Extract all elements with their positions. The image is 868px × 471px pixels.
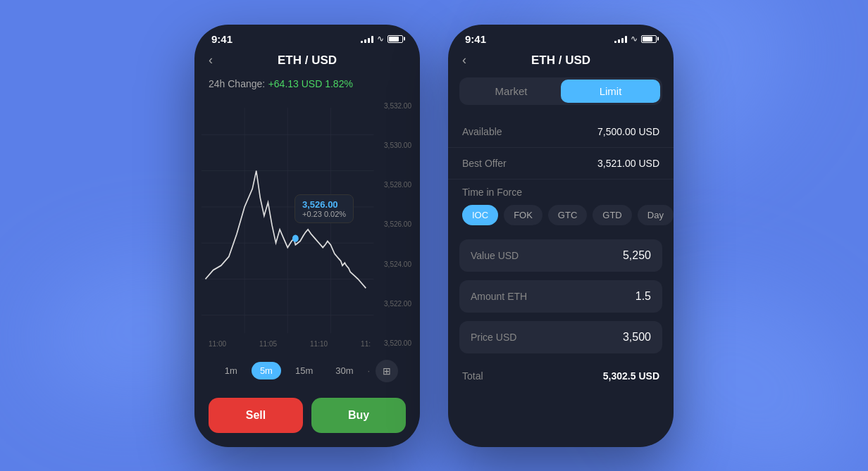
sell-button[interactable]: Sell xyxy=(209,398,303,433)
best-offer-row: Best Offer 3,521.00 USD xyxy=(448,148,674,180)
tif-label: Time in Force xyxy=(462,187,659,198)
total-label: Total xyxy=(462,370,483,382)
phone2-header: ‹ ETH / USD xyxy=(448,51,674,75)
chart-area: 3,532.00 3,530.00 3,528.00 3,526.00 3,52… xyxy=(202,99,413,351)
tif-fok[interactable]: FOK xyxy=(504,205,542,225)
tooltip-price: 3,526.00 xyxy=(302,199,346,210)
tf-1m[interactable]: 1m xyxy=(216,362,246,379)
y-label-5: 3,524.00 xyxy=(384,260,411,268)
amount-label: Amount ETH xyxy=(471,291,527,302)
tf-15m[interactable]: 15m xyxy=(287,362,321,379)
phone1-title: ETH / USD xyxy=(278,54,337,68)
phone-chart: 9:41 ∿ ‹ ETH / USD 24h Change: xyxy=(194,25,420,447)
tab-market[interactable]: Market xyxy=(461,80,561,103)
y-label-3: 3,528.00 xyxy=(384,181,411,189)
svg-point-9 xyxy=(292,234,299,241)
chart-tooltip: 3,526.00 +0.23 0.02% xyxy=(294,194,354,223)
wifi-icon: ∿ xyxy=(377,34,384,44)
chart-type-icon: ⊞ xyxy=(383,365,391,377)
status-bar-2: 9:41 ∿ xyxy=(448,25,674,51)
tif-day[interactable]: Day xyxy=(638,205,674,225)
change-label: 24h Change: xyxy=(209,78,265,89)
x-label-2: 11:05 xyxy=(259,340,277,348)
chart-y-labels: 3,532.00 3,530.00 3,528.00 3,526.00 3,52… xyxy=(384,99,411,351)
price-input[interactable]: 3,500 xyxy=(623,331,651,344)
status-icons-1: ∿ xyxy=(361,34,403,44)
battery-icon-2 xyxy=(641,35,657,43)
x-label-3: 11:10 xyxy=(310,340,328,348)
y-label-4: 3,526.00 xyxy=(384,220,411,228)
status-time-2: 9:41 xyxy=(465,33,486,45)
value-field[interactable]: Value USD 5,250 xyxy=(459,239,662,272)
y-label-1: 3,532.00 xyxy=(384,102,411,110)
time-in-force-section: Time in Force IOC FOK GTC GTD Day xyxy=(448,180,674,235)
value-input[interactable]: 5,250 xyxy=(623,249,651,262)
tab-limit[interactable]: Limit xyxy=(561,80,660,103)
phone1-header: ‹ ETH / USD xyxy=(194,51,420,75)
available-value: 7,500.00 USD xyxy=(597,126,659,137)
best-offer-label: Best Offer xyxy=(462,158,507,169)
available-row: Available 7,500.00 USD xyxy=(448,116,674,148)
x-label-4: 11: xyxy=(361,340,371,348)
amount-input[interactable]: 1.5 xyxy=(636,290,651,303)
tif-gtd[interactable]: GTD xyxy=(593,205,631,225)
phones-container: 9:41 ∿ ‹ ETH / USD 24h Change: xyxy=(194,25,674,447)
chart-x-labels: 11:00 11:05 11:10 11: xyxy=(202,340,378,348)
tif-gtc[interactable]: GTC xyxy=(548,205,587,225)
y-label-7: 3,520.00 xyxy=(384,339,411,347)
total-row: Total 5,302.5 USD xyxy=(448,360,674,391)
tf-separator: · xyxy=(368,365,371,376)
change-bar: 24h Change: +64.13 USD 1.82% xyxy=(194,75,420,99)
change-value: +64.13 USD 1.82% xyxy=(268,78,353,89)
tf-5m[interactable]: 5m xyxy=(252,362,281,379)
tif-ioc[interactable]: IOC xyxy=(462,205,498,225)
price-field[interactable]: Price USD 3,500 xyxy=(459,321,662,353)
order-tabs: Market Limit xyxy=(459,77,662,105)
chart-type-button[interactable]: ⊞ xyxy=(376,360,398,382)
status-bar-1: 9:41 ∿ xyxy=(194,25,420,51)
available-label: Available xyxy=(462,126,502,137)
tf-30m[interactable]: 30m xyxy=(327,362,361,379)
price-label: Price USD xyxy=(471,332,516,343)
signal-icon xyxy=(361,34,373,43)
wifi-icon-2: ∿ xyxy=(631,34,638,44)
timeframe-bar: 1m 5m 15m 30m · ⊞ xyxy=(194,351,420,391)
best-offer-value: 3,521.00 USD xyxy=(597,158,659,169)
back-button-1[interactable]: ‹ xyxy=(209,53,213,68)
y-label-6: 3,522.00 xyxy=(384,300,411,308)
buy-button[interactable]: Buy xyxy=(311,398,406,433)
status-icons-2: ∿ xyxy=(614,34,657,44)
total-value: 5,302.5 USD xyxy=(603,370,659,382)
y-label-2: 3,530.00 xyxy=(384,142,411,149)
tooltip-change: +0.23 0.02% xyxy=(302,210,346,218)
amount-field[interactable]: Amount ETH 1.5 xyxy=(459,280,662,313)
action-bar: Sell Buy xyxy=(194,391,420,447)
battery-icon xyxy=(388,35,403,43)
status-time-1: 9:41 xyxy=(211,33,232,45)
chart-svg xyxy=(202,99,413,351)
phone-order: 9:41 ∿ ‹ ETH / USD Market Limit xyxy=(448,25,674,447)
x-label-1: 11:00 xyxy=(209,340,226,348)
back-button-2[interactable]: ‹ xyxy=(462,53,466,68)
signal-icon-2 xyxy=(614,34,627,43)
tif-buttons: IOC FOK GTC GTD Day xyxy=(462,205,659,225)
value-label: Value USD xyxy=(471,250,519,261)
phone2-title: ETH / USD xyxy=(531,54,590,68)
